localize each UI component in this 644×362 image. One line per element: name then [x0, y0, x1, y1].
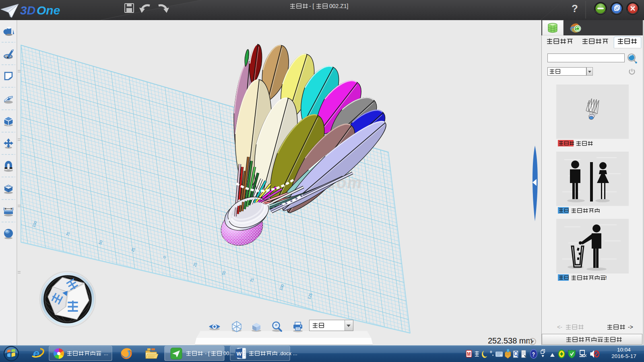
svg-text:->: -> [628, 324, 633, 330]
svg-text:00...: 00... [223, 350, 233, 356]
svg-text:...: ... [104, 350, 108, 356]
svg-text:- [: - [ [205, 350, 210, 356]
svg-text:?: ? [532, 351, 535, 358]
svg-text:.docx ...: .docx ... [279, 350, 297, 356]
svg-text:3D: 3D [20, 4, 35, 17]
svg-text:002.Z1]: 002.Z1] [329, 3, 348, 9]
svg-text:<-: <- [557, 324, 562, 330]
svg-text:- [: - [ [309, 3, 314, 9]
svg-text:?: ? [572, 2, 578, 14]
svg-text:!: ! [605, 275, 607, 281]
svg-text:One: One [37, 4, 60, 17]
svg-text:M: M [467, 351, 471, 358]
